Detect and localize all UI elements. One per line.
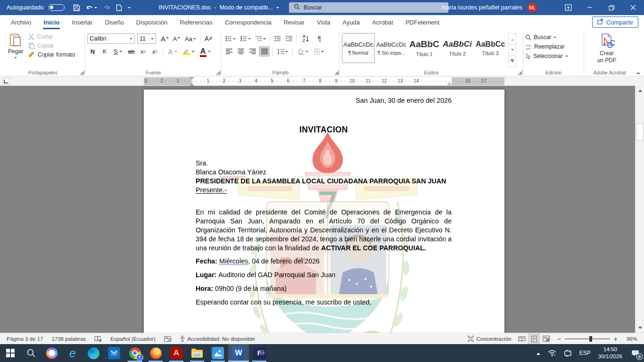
- underline-button[interactable]: S: [111, 46, 125, 57]
- web-layout-button[interactable]: [540, 333, 553, 345]
- align-center-button[interactable]: [235, 46, 246, 57]
- notification-center-button[interactable]: 9: [626, 344, 644, 362]
- wifi-icon[interactable]: [544, 344, 560, 362]
- sort-button[interactable]: AZ: [299, 33, 313, 44]
- parrafo-dialog-launcher[interactable]: [334, 70, 339, 75]
- taskbar-chrome-icon[interactable]: [124, 344, 145, 362]
- proofing-errors-icon[interactable]: [90, 333, 106, 345]
- paste-button[interactable]: Pegar: [3, 31, 28, 67]
- superscript-button[interactable]: x2: [149, 46, 160, 57]
- taskbar-photos-icon[interactable]: [207, 344, 228, 362]
- display-device-icon[interactable]: [560, 344, 576, 362]
- borders-button[interactable]: [311, 46, 326, 57]
- text-effects-button[interactable]: A: [165, 46, 180, 57]
- document-text[interactable]: San Juan, 30 de enero del 2026 INVITACIO…: [144, 90, 504, 307]
- save-icon[interactable]: [73, 4, 80, 11]
- show-hidden-icons-chevron[interactable]: [533, 344, 544, 362]
- user-name[interactable]: maria lourdes peñafiel parrales: [441, 4, 522, 11]
- taskbar-edge-icon[interactable]: [83, 344, 104, 362]
- taskbar-internet-explorer-icon[interactable]: e: [62, 344, 83, 362]
- print-layout-button[interactable]: [528, 333, 540, 345]
- zoom-percentage[interactable]: 96%: [622, 333, 644, 345]
- tab-correspondencia[interactable]: Correspondencia: [219, 15, 278, 29]
- customize-qat-chevron-icon[interactable]: [128, 7, 131, 10]
- page-settings-icon[interactable]: [160, 333, 175, 345]
- focus-mode-button[interactable]: Concentración: [463, 333, 515, 345]
- font-color-button[interactable]: A: [198, 46, 214, 57]
- restore-button[interactable]: [601, 0, 622, 15]
- align-left-button[interactable]: [223, 46, 234, 57]
- vertical-scrollbar[interactable]: [635, 86, 644, 333]
- tab-diseno[interactable]: Diseño: [99, 15, 130, 29]
- avatar[interactable]: ML: [527, 2, 537, 13]
- tab-archivo[interactable]: Archivo: [5, 15, 37, 29]
- right-indent-marker[interactable]: [447, 80, 452, 85]
- font-family-select[interactable]: Calibri: [87, 33, 135, 44]
- collapse-ribbon-chevron-icon[interactable]: [636, 70, 640, 74]
- horizontal-ruler[interactable]: 3 2 1 1 2 3 4 5 6 7 8 9 10 11 12 13 14 1…: [144, 77, 504, 85]
- shading-button[interactable]: [295, 46, 310, 57]
- zoom-in-button[interactable]: +: [614, 335, 618, 343]
- language-indicator[interactable]: Español (Ecuador): [106, 333, 159, 345]
- page-indicator[interactable]: Página 3 de 17: [0, 333, 47, 345]
- format-painter-button[interactable]: Copiar formato: [28, 51, 75, 58]
- ribbon-display-options-button[interactable]: [557, 0, 579, 15]
- taskbar-pdfelement-icon[interactable]: F: [249, 344, 270, 362]
- taskbar-outlook-icon[interactable]: [104, 344, 124, 362]
- language-switcher[interactable]: ESP: [576, 344, 594, 362]
- shrink-font-button[interactable]: A: [171, 33, 182, 44]
- subscript-button[interactable]: x2: [138, 46, 149, 57]
- close-button[interactable]: [622, 0, 644, 15]
- align-right-button[interactable]: [247, 46, 258, 57]
- taskbar-word-icon[interactable]: W: [228, 344, 249, 362]
- styles-scroll-up-button[interactable]: [509, 33, 516, 45]
- styles-scroll-down-button[interactable]: [509, 45, 516, 56]
- numbering-button[interactable]: [239, 33, 253, 44]
- font-size-select[interactable]: 11: [137, 33, 156, 44]
- copy-button[interactable]: Copiar: [28, 42, 75, 49]
- scrollbar-thumb[interactable]: [636, 123, 644, 140]
- tab-referencias[interactable]: Referencias: [173, 15, 218, 29]
- fuente-dialog-launcher[interactable]: [216, 70, 221, 75]
- search-box[interactable]: Buscar: [289, 2, 448, 13]
- zoom-out-button[interactable]: −: [557, 335, 561, 343]
- clear-formatting-button[interactable]: A: [203, 33, 214, 44]
- portapapeles-dialog-launcher[interactable]: [80, 70, 84, 75]
- start-button[interactable]: [0, 344, 21, 362]
- read-mode-button[interactable]: [516, 333, 528, 345]
- undo-button[interactable]: [86, 4, 97, 11]
- tab-selector[interactable]: [2, 78, 9, 85]
- bold-button[interactable]: N: [87, 46, 98, 57]
- share-button[interactable]: Compartir: [592, 16, 638, 28]
- show-paragraph-marks-button[interactable]: ¶: [314, 33, 325, 44]
- style-normal[interactable]: AaBbCcDc ¶ Normal: [342, 33, 375, 63]
- minimize-button[interactable]: [579, 0, 601, 15]
- taskbar-firefox-icon[interactable]: [145, 344, 166, 362]
- style-titulo-3[interactable]: AaBbCc Título 3: [474, 33, 507, 63]
- taskbar-file-explorer-icon[interactable]: [187, 344, 207, 362]
- italic-button[interactable]: K: [99, 46, 110, 57]
- new-document-icon[interactable]: [116, 4, 122, 11]
- zoom-slider-thumb[interactable]: [589, 336, 592, 342]
- increase-indent-button[interactable]: [284, 33, 295, 44]
- tab-pdfelement[interactable]: PDFelement: [399, 15, 446, 29]
- estilos-dialog-launcher[interactable]: [518, 70, 522, 75]
- scroll-up-button[interactable]: [636, 87, 644, 94]
- tab-acrobat[interactable]: Acrobat: [366, 15, 399, 29]
- multilevel-list-button[interactable]: [254, 33, 268, 44]
- style-titulo-2[interactable]: AaBbCi Título 2: [441, 33, 474, 63]
- strikethrough-button[interactable]: ab: [126, 46, 137, 57]
- line-spacing-button[interactable]: [275, 46, 290, 57]
- tab-vista[interactable]: Vista: [311, 15, 337, 29]
- taskbar-clock[interactable]: 14:50 30/1/2026: [594, 346, 626, 360]
- zoom-slider[interactable]: [565, 338, 610, 339]
- accessibility-status[interactable]: Accesibilidad: No disponible: [175, 333, 259, 345]
- replace-button[interactable]: bc Reemplazar: [525, 43, 568, 50]
- tab-inicio[interactable]: Inicio: [37, 15, 66, 29]
- create-pdf-button[interactable]: Crear un PDF: [586, 31, 627, 67]
- tab-insertar[interactable]: Insertar: [66, 15, 99, 29]
- tab-ayuda[interactable]: Ayuda: [336, 15, 366, 29]
- tab-revisar[interactable]: Revisar: [278, 15, 311, 29]
- justify-button[interactable]: [259, 46, 270, 57]
- select-button[interactable]: Seleccionar: [525, 53, 568, 59]
